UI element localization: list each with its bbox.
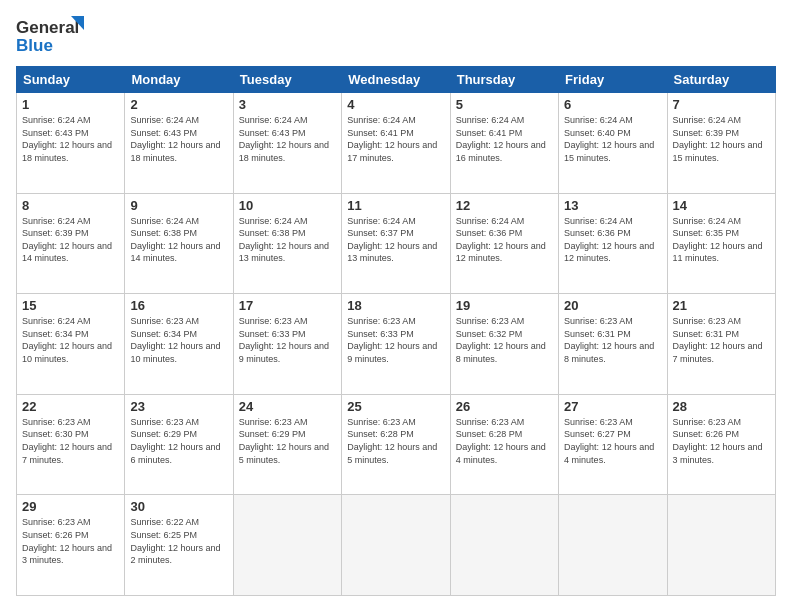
day-info: Sunrise: 6:23 AM Sunset: 6:33 PM Dayligh…: [239, 315, 336, 365]
day-info: Sunrise: 6:23 AM Sunset: 6:27 PM Dayligh…: [564, 416, 661, 466]
calendar-day-cell: [667, 495, 775, 596]
day-number: 17: [239, 298, 336, 313]
day-info: Sunrise: 6:24 AM Sunset: 6:43 PM Dayligh…: [239, 114, 336, 164]
calendar-day-cell: 4 Sunrise: 6:24 AM Sunset: 6:41 PM Dayli…: [342, 93, 450, 194]
day-number: 21: [673, 298, 770, 313]
day-number: 28: [673, 399, 770, 414]
calendar-table: SundayMondayTuesdayWednesdayThursdayFrid…: [16, 66, 776, 596]
day-header-wednesday: Wednesday: [342, 67, 450, 93]
svg-text:General: General: [16, 18, 79, 37]
calendar-day-cell: 5 Sunrise: 6:24 AM Sunset: 6:41 PM Dayli…: [450, 93, 558, 194]
day-info: Sunrise: 6:23 AM Sunset: 6:32 PM Dayligh…: [456, 315, 553, 365]
day-number: 29: [22, 499, 119, 514]
calendar-day-cell: 1 Sunrise: 6:24 AM Sunset: 6:43 PM Dayli…: [17, 93, 125, 194]
day-info: Sunrise: 6:24 AM Sunset: 6:39 PM Dayligh…: [22, 215, 119, 265]
day-info: Sunrise: 6:24 AM Sunset: 6:38 PM Dayligh…: [239, 215, 336, 265]
day-number: 6: [564, 97, 661, 112]
day-info: Sunrise: 6:24 AM Sunset: 6:41 PM Dayligh…: [347, 114, 444, 164]
day-info: Sunrise: 6:24 AM Sunset: 6:36 PM Dayligh…: [564, 215, 661, 265]
calendar-day-cell: 21 Sunrise: 6:23 AM Sunset: 6:31 PM Dayl…: [667, 294, 775, 395]
calendar-day-cell: 24 Sunrise: 6:23 AM Sunset: 6:29 PM Dayl…: [233, 394, 341, 495]
logo-icon: GeneralBlue: [16, 16, 96, 56]
day-number: 26: [456, 399, 553, 414]
day-header-monday: Monday: [125, 67, 233, 93]
calendar-day-cell: 26 Sunrise: 6:23 AM Sunset: 6:28 PM Dayl…: [450, 394, 558, 495]
calendar-day-cell: 20 Sunrise: 6:23 AM Sunset: 6:31 PM Dayl…: [559, 294, 667, 395]
calendar-week-row: 15 Sunrise: 6:24 AM Sunset: 6:34 PM Dayl…: [17, 294, 776, 395]
calendar-day-cell: 12 Sunrise: 6:24 AM Sunset: 6:36 PM Dayl…: [450, 193, 558, 294]
calendar-day-cell: 2 Sunrise: 6:24 AM Sunset: 6:43 PM Dayli…: [125, 93, 233, 194]
calendar-day-cell: 29 Sunrise: 6:23 AM Sunset: 6:26 PM Dayl…: [17, 495, 125, 596]
day-number: 20: [564, 298, 661, 313]
calendar-day-cell: [342, 495, 450, 596]
day-number: 7: [673, 97, 770, 112]
calendar-day-cell: 3 Sunrise: 6:24 AM Sunset: 6:43 PM Dayli…: [233, 93, 341, 194]
day-info: Sunrise: 6:24 AM Sunset: 6:35 PM Dayligh…: [673, 215, 770, 265]
day-info: Sunrise: 6:24 AM Sunset: 6:38 PM Dayligh…: [130, 215, 227, 265]
day-number: 2: [130, 97, 227, 112]
day-info: Sunrise: 6:24 AM Sunset: 6:43 PM Dayligh…: [22, 114, 119, 164]
day-number: 9: [130, 198, 227, 213]
day-header-thursday: Thursday: [450, 67, 558, 93]
calendar-week-row: 29 Sunrise: 6:23 AM Sunset: 6:26 PM Dayl…: [17, 495, 776, 596]
header: GeneralBlue: [16, 16, 776, 56]
day-info: Sunrise: 6:23 AM Sunset: 6:34 PM Dayligh…: [130, 315, 227, 365]
calendar-day-cell: 18 Sunrise: 6:23 AM Sunset: 6:33 PM Dayl…: [342, 294, 450, 395]
day-number: 24: [239, 399, 336, 414]
day-info: Sunrise: 6:22 AM Sunset: 6:25 PM Dayligh…: [130, 516, 227, 566]
day-info: Sunrise: 6:24 AM Sunset: 6:39 PM Dayligh…: [673, 114, 770, 164]
calendar-day-cell: 6 Sunrise: 6:24 AM Sunset: 6:40 PM Dayli…: [559, 93, 667, 194]
day-number: 8: [22, 198, 119, 213]
calendar-day-cell: 11 Sunrise: 6:24 AM Sunset: 6:37 PM Dayl…: [342, 193, 450, 294]
calendar-week-row: 8 Sunrise: 6:24 AM Sunset: 6:39 PM Dayli…: [17, 193, 776, 294]
calendar-day-cell: [559, 495, 667, 596]
day-info: Sunrise: 6:23 AM Sunset: 6:28 PM Dayligh…: [347, 416, 444, 466]
day-info: Sunrise: 6:24 AM Sunset: 6:36 PM Dayligh…: [456, 215, 553, 265]
calendar-day-cell: 25 Sunrise: 6:23 AM Sunset: 6:28 PM Dayl…: [342, 394, 450, 495]
calendar-day-cell: 17 Sunrise: 6:23 AM Sunset: 6:33 PM Dayl…: [233, 294, 341, 395]
day-number: 5: [456, 97, 553, 112]
day-header-tuesday: Tuesday: [233, 67, 341, 93]
day-number: 25: [347, 399, 444, 414]
day-number: 16: [130, 298, 227, 313]
svg-text:Blue: Blue: [16, 36, 53, 55]
day-number: 14: [673, 198, 770, 213]
day-number: 13: [564, 198, 661, 213]
day-info: Sunrise: 6:24 AM Sunset: 6:43 PM Dayligh…: [130, 114, 227, 164]
calendar-day-cell: [233, 495, 341, 596]
calendar-day-cell: 7 Sunrise: 6:24 AM Sunset: 6:39 PM Dayli…: [667, 93, 775, 194]
day-number: 15: [22, 298, 119, 313]
day-number: 11: [347, 198, 444, 213]
calendar-day-cell: 9 Sunrise: 6:24 AM Sunset: 6:38 PM Dayli…: [125, 193, 233, 294]
day-info: Sunrise: 6:23 AM Sunset: 6:29 PM Dayligh…: [130, 416, 227, 466]
day-number: 1: [22, 97, 119, 112]
calendar-header-row: SundayMondayTuesdayWednesdayThursdayFrid…: [17, 67, 776, 93]
day-number: 23: [130, 399, 227, 414]
day-info: Sunrise: 6:24 AM Sunset: 6:34 PM Dayligh…: [22, 315, 119, 365]
calendar-day-cell: 23 Sunrise: 6:23 AM Sunset: 6:29 PM Dayl…: [125, 394, 233, 495]
day-number: 4: [347, 97, 444, 112]
calendar-day-cell: 13 Sunrise: 6:24 AM Sunset: 6:36 PM Dayl…: [559, 193, 667, 294]
day-info: Sunrise: 6:23 AM Sunset: 6:33 PM Dayligh…: [347, 315, 444, 365]
day-info: Sunrise: 6:23 AM Sunset: 6:31 PM Dayligh…: [673, 315, 770, 365]
day-info: Sunrise: 6:23 AM Sunset: 6:26 PM Dayligh…: [673, 416, 770, 466]
day-info: Sunrise: 6:24 AM Sunset: 6:40 PM Dayligh…: [564, 114, 661, 164]
day-header-friday: Friday: [559, 67, 667, 93]
day-info: Sunrise: 6:24 AM Sunset: 6:37 PM Dayligh…: [347, 215, 444, 265]
day-info: Sunrise: 6:23 AM Sunset: 6:26 PM Dayligh…: [22, 516, 119, 566]
day-number: 19: [456, 298, 553, 313]
calendar-day-cell: 15 Sunrise: 6:24 AM Sunset: 6:34 PM Dayl…: [17, 294, 125, 395]
day-header-saturday: Saturday: [667, 67, 775, 93]
day-number: 18: [347, 298, 444, 313]
day-info: Sunrise: 6:23 AM Sunset: 6:28 PM Dayligh…: [456, 416, 553, 466]
day-number: 27: [564, 399, 661, 414]
day-number: 12: [456, 198, 553, 213]
calendar-day-cell: 27 Sunrise: 6:23 AM Sunset: 6:27 PM Dayl…: [559, 394, 667, 495]
day-number: 3: [239, 97, 336, 112]
calendar-day-cell: [450, 495, 558, 596]
day-info: Sunrise: 6:23 AM Sunset: 6:30 PM Dayligh…: [22, 416, 119, 466]
calendar-day-cell: 8 Sunrise: 6:24 AM Sunset: 6:39 PM Dayli…: [17, 193, 125, 294]
calendar-day-cell: 10 Sunrise: 6:24 AM Sunset: 6:38 PM Dayl…: [233, 193, 341, 294]
calendar-day-cell: 19 Sunrise: 6:23 AM Sunset: 6:32 PM Dayl…: [450, 294, 558, 395]
calendar-week-row: 1 Sunrise: 6:24 AM Sunset: 6:43 PM Dayli…: [17, 93, 776, 194]
